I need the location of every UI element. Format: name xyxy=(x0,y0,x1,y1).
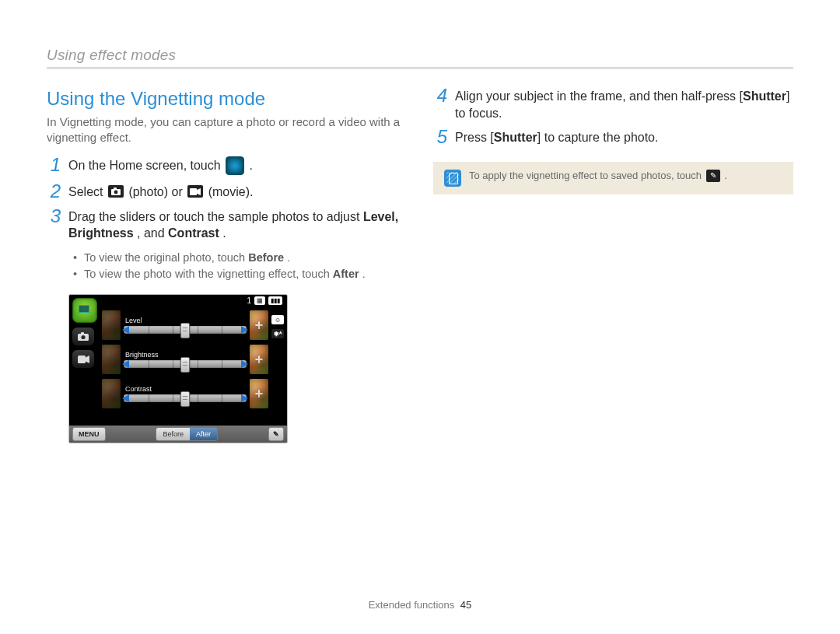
arrow-left-icon xyxy=(122,360,129,368)
sample-thumb-high[interactable]: + xyxy=(250,345,268,374)
step-number: 2 xyxy=(47,182,61,201)
arrow-right-icon xyxy=(241,394,248,402)
step-1: 1 On the Home screen, touch . xyxy=(47,157,407,176)
step-3: 3 Drag the sliders or touch the sample p… xyxy=(47,208,407,242)
tip-span: . xyxy=(724,170,727,181)
edit-image-icon: ✎ xyxy=(706,170,720,182)
sample-thumb-low[interactable] xyxy=(102,345,121,374)
sample-thumb-low[interactable] xyxy=(102,310,121,340)
step-body: Select (photo) or (movie). xyxy=(68,184,253,201)
step-text: Select xyxy=(68,185,107,198)
page-title: Using the Vignetting mode xyxy=(47,88,407,110)
intro-text: In Vignetting mode, you can capture a ph… xyxy=(47,114,407,146)
step-text: ] to capture the photo. xyxy=(537,131,659,144)
step-number: 5 xyxy=(433,128,447,146)
lcd-right-indicators: ☺ ✱ᴬ xyxy=(271,315,284,338)
svg-rect-3 xyxy=(190,188,197,195)
lcd-status-bar: 1 ▦ ▮▮▮ xyxy=(247,296,282,305)
header-rule xyxy=(47,67,793,69)
photo-icon xyxy=(108,185,124,198)
slider-contrast: Contrast xyxy=(124,379,247,408)
step-text: . xyxy=(250,159,253,172)
steps-left: 1 On the Home screen, touch . 2 Select (… xyxy=(47,157,407,242)
sample-thumb-low[interactable] xyxy=(102,379,121,408)
svg-rect-8 xyxy=(78,356,86,363)
arrow-right-icon xyxy=(241,360,248,368)
slider-brightness: Brightness xyxy=(124,345,247,374)
tip-span: To apply the vignetting effect to saved … xyxy=(469,170,705,181)
section-header: Using effect modes xyxy=(47,47,793,64)
step-body: Align your subject in the frame, and the… xyxy=(455,88,793,121)
step-number: 3 xyxy=(47,207,61,226)
tip-text: To apply the vignetting effect to saved … xyxy=(469,170,727,183)
step-text: (photo) or xyxy=(128,185,186,198)
step-body: On the Home screen, touch . xyxy=(68,157,253,176)
svg-point-2 xyxy=(114,191,118,194)
edit-image-button[interactable]: ✎ xyxy=(268,427,284,441)
step-4: 4 Align your subject in the frame, and t… xyxy=(433,88,793,121)
bullet-text: To view the photo with the vignetting ef… xyxy=(84,268,333,280)
step-text: . xyxy=(222,226,226,240)
svg-marker-4 xyxy=(197,188,201,195)
tip-box: To apply the vignetting effect to saved … xyxy=(433,162,793,194)
step-text-bold: Shutter xyxy=(743,89,786,103)
battery-icon: ▮▮▮ xyxy=(268,296,282,305)
steps-right: 4 Align your subject in the frame, and t… xyxy=(433,88,793,146)
sub-bullet: To view the original photo, touch Before… xyxy=(73,250,407,267)
after-button[interactable]: After xyxy=(190,428,217,440)
footer-label: Extended functions xyxy=(369,599,455,611)
slider-track[interactable] xyxy=(124,360,247,368)
svg-point-7 xyxy=(81,335,85,339)
menu-button[interactable]: MENU xyxy=(72,427,106,441)
slider-track[interactable] xyxy=(124,394,247,402)
photo-mode-button[interactable] xyxy=(72,328,94,345)
bullet-text: . xyxy=(287,251,290,264)
svg-rect-1 xyxy=(114,187,117,190)
arrow-left-icon xyxy=(122,326,129,334)
step-body: Drag the sliders or touch the sample pho… xyxy=(68,208,407,242)
bullet-bold: After xyxy=(333,268,359,280)
sub-bullets: To view the original photo, touch Before… xyxy=(73,250,407,284)
step-text: (movie). xyxy=(208,185,254,198)
slider-stack: Level + xyxy=(102,310,268,408)
step-text-bold: Shutter xyxy=(494,131,537,144)
slider-level: Level xyxy=(124,310,247,340)
svg-rect-6 xyxy=(81,332,84,335)
bullet-text: . xyxy=(362,268,366,280)
note-icon xyxy=(444,170,461,187)
slider-handle[interactable] xyxy=(180,391,190,407)
slider-row-level: Level + xyxy=(102,310,268,340)
svg-marker-9 xyxy=(86,356,89,363)
slider-handle[interactable] xyxy=(180,357,190,373)
slider-track[interactable] xyxy=(124,326,247,334)
before-after-toggle: Before After xyxy=(156,427,218,441)
slider-handle[interactable] xyxy=(180,323,190,338)
arrow-left-icon xyxy=(122,394,129,402)
manual-page: Using effect modes Using the Vignetting … xyxy=(0,0,840,634)
before-button[interactable]: Before xyxy=(156,428,190,440)
sample-thumb-high[interactable]: + xyxy=(250,379,268,408)
arrow-right-icon xyxy=(241,326,248,334)
sub-bullet: To view the photo with the vignetting ef… xyxy=(73,266,407,283)
step-body: Press [Shutter] to capture the photo. xyxy=(455,129,658,146)
slider-row-contrast: Contrast + xyxy=(102,379,268,408)
flash-auto-icon: ✱ᴬ xyxy=(271,329,284,338)
sample-thumb-high[interactable]: + xyxy=(250,310,268,340)
step-text: Press [ xyxy=(455,131,494,144)
mode-badge-icon[interactable] xyxy=(72,298,97,323)
step-text: , and xyxy=(137,226,168,240)
step-text: On the Home screen, touch xyxy=(68,159,224,172)
shots-remaining: 1 xyxy=(247,296,251,305)
movie-mode-button[interactable] xyxy=(72,350,94,368)
page-footer: Extended functions 45 xyxy=(0,599,840,611)
page-number: 45 xyxy=(460,599,471,611)
camera-lcd: 1 ▦ ▮▮▮ ☺ ✱ᴬ xyxy=(69,295,287,426)
step-text: Drag the sliders or touch the sample pho… xyxy=(68,210,363,223)
step-text: Align your subject in the frame, and the… xyxy=(455,89,743,103)
header: Using effect modes xyxy=(47,47,793,74)
step-number: 4 xyxy=(433,86,447,105)
camera-screenshot: 1 ▦ ▮▮▮ ☺ ✱ᴬ xyxy=(68,294,288,443)
bullet-bold: Before xyxy=(248,251,284,264)
content-columns: Using the Vignetting mode In Vignetting … xyxy=(47,88,793,443)
lcd-bottom-bar: MENU Before After ✎ xyxy=(69,426,287,443)
